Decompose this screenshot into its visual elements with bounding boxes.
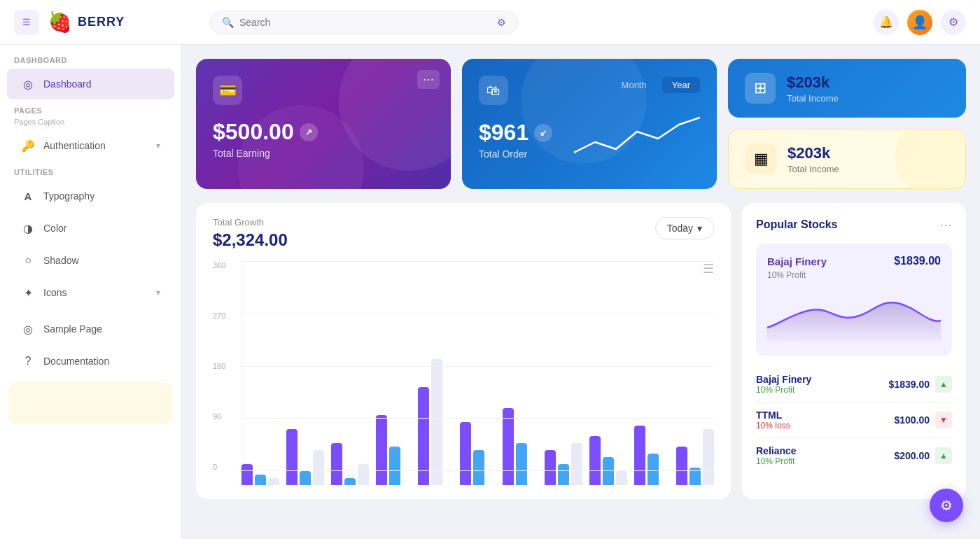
earning-more-button[interactable]: ⋯	[417, 70, 440, 89]
sidebar-section-utilities: Utilities	[0, 162, 181, 179]
chart-menu-icon[interactable]: ☰	[703, 261, 714, 276]
growth-title: Total Growth	[213, 217, 288, 227]
list-item: TTML 10% loss $100.00 ▼	[756, 402, 952, 438]
settings-button[interactable]: ⚙	[941, 10, 966, 35]
bar-blue	[603, 457, 614, 485]
bar-group-10	[634, 426, 669, 485]
avatar[interactable]: 👤	[907, 10, 932, 35]
stock-price-3: $200.00	[894, 450, 930, 461]
featured-stock-sub: 10% Profit	[767, 270, 941, 280]
income-blue-info: $203k Total Income	[787, 74, 839, 104]
bar-group-3	[331, 443, 369, 485]
trend-down-icon: ▼	[935, 412, 952, 428]
stock-sub-1: 10% Profit	[756, 385, 811, 395]
bar-purple	[503, 408, 514, 485]
header-right: 🔔 👤 ⚙	[874, 10, 966, 35]
bar-purple	[241, 464, 253, 485]
sidebar-item-documentation[interactable]: ? Documentation	[7, 346, 174, 377]
bar-blue	[300, 471, 311, 485]
right-cards: ⊞ $203k Total Income ▦ $203k Total Incom…	[728, 59, 966, 189]
search-bar: 🔍 ⚙	[210, 10, 518, 34]
bar-group-11	[676, 429, 714, 485]
order-mini-chart	[574, 111, 700, 160]
hamburger-button[interactable]: ☰	[14, 10, 39, 35]
fab-settings-button[interactable]: ⚙	[930, 489, 963, 522]
bar-group-4	[376, 415, 411, 485]
bar-light	[431, 359, 442, 485]
earning-amount: $500.00 ↗	[213, 119, 434, 145]
income-blue-amount: $203k	[787, 74, 839, 92]
order-info: $961 ↙ Total Order	[479, 120, 552, 160]
stock-list-left-3: Reliance 10% Profit	[756, 445, 797, 466]
sidebar-item-label-icons: Icons	[43, 287, 148, 298]
shadow-icon: ○	[21, 253, 35, 267]
settings-icon: ⚙	[948, 15, 958, 29]
income-yellow-label: Total Income	[788, 164, 839, 174]
bar-group-9	[589, 436, 627, 485]
stock-right-2: $100.00 ▼	[894, 412, 952, 428]
featured-stock-chart	[767, 286, 941, 342]
search-input[interactable]	[239, 17, 491, 28]
stock-price-1: $1839.00	[889, 379, 930, 390]
earning-trend-icon: ↗	[300, 123, 318, 141]
bar-light	[313, 450, 324, 485]
sidebar-section-subtitle: Pages Caption	[0, 118, 181, 129]
stock-right-1: $1839.00 ▲	[889, 376, 952, 393]
income-blue-icon: ⊞	[745, 73, 776, 104]
stock-name-1: Bajaj Finery	[756, 374, 811, 385]
sample-page-icon: ◎	[21, 322, 35, 336]
fab-icon: ⚙	[940, 497, 953, 514]
income-yellow-info: $203k Total Income	[788, 144, 839, 174]
growth-chart-card: Total Growth $2,324.00 Today ▾ ☰ 360 270…	[196, 203, 731, 499]
bar-blue	[344, 478, 356, 485]
stocks-more-icon[interactable]: ⋯	[939, 217, 952, 232]
sidebar-item-authentication[interactable]: 🔑 Authentication ▾	[7, 130, 174, 161]
featured-stock-name: Bajaj Finery	[767, 255, 827, 267]
bar-blue	[648, 454, 659, 485]
featured-stock-card: Bajaj Finery $1839.00 10% Profit	[756, 244, 952, 356]
bar-group-1	[241, 464, 279, 485]
bar-purple	[634, 426, 645, 485]
bar-group-6	[460, 422, 495, 485]
bar-light	[703, 429, 714, 485]
notification-button[interactable]: 🔔	[874, 10, 899, 35]
stocks-header: Popular Stocks ⋯	[756, 217, 952, 232]
stock-right-3: $200.00 ▲	[894, 447, 952, 464]
sidebar-item-sample-page[interactable]: ◎ Sample Page	[7, 314, 174, 344]
bar-purple	[376, 415, 387, 485]
filter-icon[interactable]: ⚙	[497, 17, 506, 28]
bar-light	[268, 478, 279, 485]
bar-purple	[286, 429, 298, 485]
featured-stock-top: Bajaj Finery $1839.00	[767, 255, 941, 267]
sidebar-item-dashboard[interactable]: ◎ Dashboard	[7, 69, 174, 99]
sidebar-item-color[interactable]: ◑ Color	[7, 213, 174, 244]
order-toggle: Month Year	[612, 77, 700, 93]
earning-card: 💳 ⋯ $500.00 ↗ Total Earning	[196, 59, 451, 189]
income-yellow-icon: ▦	[746, 144, 776, 174]
chevron-down-icon: ▾	[156, 141, 160, 150]
year-toggle-button[interactable]: Year	[662, 77, 700, 93]
stock-name-2: TTML	[756, 410, 790, 421]
chart-area: ☰ 360 270 180 90 0	[213, 261, 714, 485]
sidebar-item-icons[interactable]: ✦ Icons ▾	[7, 277, 174, 308]
order-card: 🛍 Month Year $961 ↙ Total Order	[462, 59, 717, 189]
stock-list-left-1: Bajaj Finery 10% Profit	[756, 374, 811, 395]
featured-stock-price: $1839.00	[894, 255, 941, 267]
month-toggle-button[interactable]: Month	[612, 77, 657, 93]
stocks-list: Bajaj Finery 10% Profit $1839.00 ▲ TTML …	[756, 367, 952, 473]
color-icon: ◑	[21, 221, 35, 235]
bar-light	[571, 443, 582, 485]
earning-label: Total Earning	[213, 148, 434, 159]
today-filter-button[interactable]: Today ▾	[655, 217, 714, 239]
header-logo-area: ☰ 🍓 BERRY	[14, 10, 196, 35]
trend-up-icon: ▲	[935, 376, 952, 393]
bar-blue	[516, 443, 527, 485]
sidebar-item-label-typography: Typography	[43, 190, 160, 202]
sidebar-item-shadow[interactable]: ○ Shadow	[7, 245, 174, 276]
sidebar-item-typography[interactable]: A Typography	[7, 181, 174, 211]
order-card-icon: 🛍	[479, 76, 508, 105]
typography-icon: A	[21, 189, 35, 203]
bar-light	[616, 471, 627, 485]
earning-card-icon: 💳	[213, 76, 242, 105]
bar-purple	[676, 447, 687, 485]
